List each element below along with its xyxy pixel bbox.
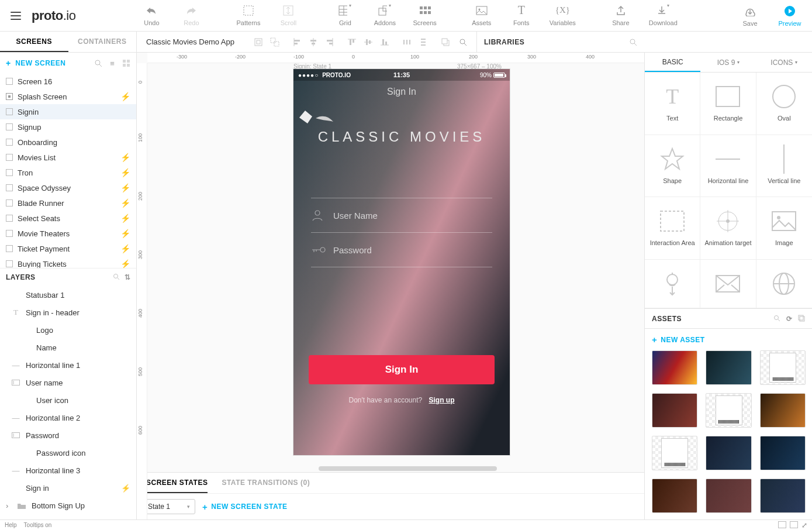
asset-grid[interactable] [645, 350, 812, 519]
layer-group[interactable]: › Bottom Sign Up [0, 497, 136, 514]
list-view-icon[interactable]: ≡ [108, 59, 116, 67]
asset-thumb[interactable] [760, 436, 806, 470]
layer-item[interactable]: Name [0, 339, 136, 356]
layer-item[interactable]: Password [0, 426, 136, 444]
screen-item[interactable]: Select Seats ⚡ [0, 211, 136, 226]
screen-item[interactable]: Signin [0, 104, 136, 119]
asset-thumb[interactable] [760, 479, 806, 513]
assets-refresh-icon[interactable]: ⟳ [786, 315, 793, 323]
library-item[interactable] [756, 260, 812, 308]
group-icon[interactable] [251, 35, 266, 50]
screens-button[interactable]: Screens [413, 4, 436, 26]
asset-thumb[interactable] [706, 436, 751, 470]
search-canvas-icon[interactable] [455, 35, 471, 50]
screen-item[interactable]: Buying Tickets ⚡ [0, 256, 136, 268]
library-item[interactable] [700, 260, 756, 308]
screen-item[interactable]: Signup [0, 119, 136, 135]
asset-thumb[interactable] [652, 350, 697, 385]
arrange-icon[interactable] [438, 35, 453, 50]
tooltips-toggle[interactable]: Tooltips on [24, 522, 52, 528]
redo-button[interactable]: Redo [179, 4, 203, 26]
assets-button[interactable]: Assets [470, 4, 493, 26]
screen-item[interactable]: Space Odyssey ⚡ [0, 180, 136, 195]
assets-search-icon[interactable] [773, 315, 780, 323]
screen-item[interactable]: Splash Screen ⚡ [0, 89, 136, 104]
align-right-icon[interactable] [322, 35, 337, 50]
library-item[interactable]: Interaction Area [645, 197, 700, 260]
asset-thumb[interactable] [652, 436, 697, 470]
password-field[interactable]: Password [293, 233, 510, 267]
help-link[interactable]: Help [5, 522, 17, 528]
undo-button[interactable]: Undo [140, 4, 163, 26]
align-bottom-icon[interactable] [377, 35, 392, 50]
lib-tab-ios[interactable]: IOS 9▾ [700, 53, 756, 72]
patterns-button[interactable]: Patterns [236, 4, 260, 26]
tab-containers[interactable]: CONTAINERS [68, 32, 137, 52]
signup-link[interactable]: Sign up [429, 396, 455, 404]
screen-item[interactable]: Tron ⚡ [0, 165, 136, 180]
distribute-h-icon[interactable] [399, 35, 414, 50]
align-left-icon[interactable] [289, 35, 305, 50]
new-asset-button[interactable]: +NEW ASSET [652, 335, 705, 345]
assets-copy-icon[interactable] [798, 315, 805, 323]
library-item[interactable] [645, 260, 700, 308]
panel-toggle-right-icon[interactable] [790, 521, 798, 528]
asset-thumb[interactable] [706, 350, 751, 385]
variables-button[interactable]: {X} Variables [550, 4, 576, 26]
asset-thumb[interactable] [706, 393, 751, 428]
asset-thumb[interactable] [760, 350, 806, 385]
preview-button[interactable]: Preview [778, 5, 801, 27]
library-item[interactable]: Oval [756, 73, 812, 135]
new-screen-state-button[interactable]: +NEW SCREEN STATE [202, 502, 288, 512]
screen-item[interactable]: Movies List ⚡ [0, 150, 136, 165]
addons-button[interactable]: Addons [373, 4, 396, 26]
share-button[interactable]: Share [609, 4, 633, 26]
distribute-v-icon[interactable] [416, 35, 431, 50]
signin-button[interactable]: Sign In [309, 355, 495, 384]
tab-screen-states[interactable]: SCREEN STATES [146, 473, 208, 493]
libraries-search-icon[interactable] [629, 38, 637, 46]
screen-item[interactable]: Movie Theaters ⚡ [0, 226, 136, 241]
layer-item[interactable]: TSign in - header [0, 304, 136, 321]
panel-toggle-left-icon[interactable] [778, 521, 786, 528]
menu-icon[interactable] [11, 12, 21, 20]
layer-item[interactable]: Statusbar 1 [0, 286, 136, 304]
download-button[interactable]: Download [649, 4, 678, 26]
asset-thumb[interactable] [706, 479, 751, 513]
library-item[interactable]: Image [756, 197, 812, 260]
layer-item[interactable]: User name [0, 374, 136, 391]
layer-item[interactable]: —Horizontal line 3 [0, 462, 136, 479]
asset-thumb[interactable] [652, 393, 697, 428]
layer-item[interactable]: Logo [0, 321, 136, 339]
tab-screens[interactable]: SCREENS [0, 32, 68, 52]
canvas-viewport[interactable]: Signin: State 1 375×667 – 100% ●●●●○ PRO… [137, 63, 644, 472]
library-item[interactable]: T Text [645, 73, 700, 135]
layer-item[interactable]: Password icon [0, 444, 136, 462]
ungroup-icon[interactable] [267, 35, 282, 50]
library-item[interactable]: Horizontal line [700, 135, 756, 198]
layer-item[interactable]: Sign in [0, 479, 136, 497]
asset-thumb[interactable] [652, 479, 697, 513]
search-screens-icon[interactable] [94, 59, 102, 67]
grid-view-icon[interactable] [122, 59, 130, 67]
tab-state-transitions[interactable]: STATE TRANSITIONS (0) [222, 473, 310, 493]
lib-tab-basic[interactable]: BASIC [645, 53, 700, 72]
screen-item[interactable]: Screen 16 [0, 74, 136, 89]
library-item[interactable]: Shape [645, 135, 700, 198]
fullscreen-icon[interactable]: ⤢ [801, 521, 807, 529]
save-button[interactable]: Save [738, 5, 762, 27]
library-item[interactable]: Animation target [700, 197, 756, 260]
layer-item[interactable]: User icon [0, 391, 136, 409]
canvas-scrollbar-h[interactable] [289, 466, 586, 471]
library-item[interactable]: Rectangle [700, 73, 756, 135]
align-top-icon[interactable] [344, 35, 360, 50]
library-item[interactable]: Vertical line [756, 135, 812, 198]
align-hcenter-icon[interactable] [306, 35, 321, 50]
layers-search-icon[interactable] [113, 273, 120, 281]
new-screen-button[interactable]: NEW SCREEN [15, 59, 65, 67]
layers-list[interactable]: Statusbar 1TSign in - headerLogoName—Hor… [0, 286, 136, 519]
device-mockup[interactable]: ●●●●○ PROTO.IO 11:35 90% Sign In CLASSIC… [293, 69, 510, 455]
screen-item[interactable]: Ticket Payment ⚡ [0, 241, 136, 256]
screen-item[interactable]: Blade Runner ⚡ [0, 195, 136, 211]
username-field[interactable]: User Name [293, 198, 510, 232]
